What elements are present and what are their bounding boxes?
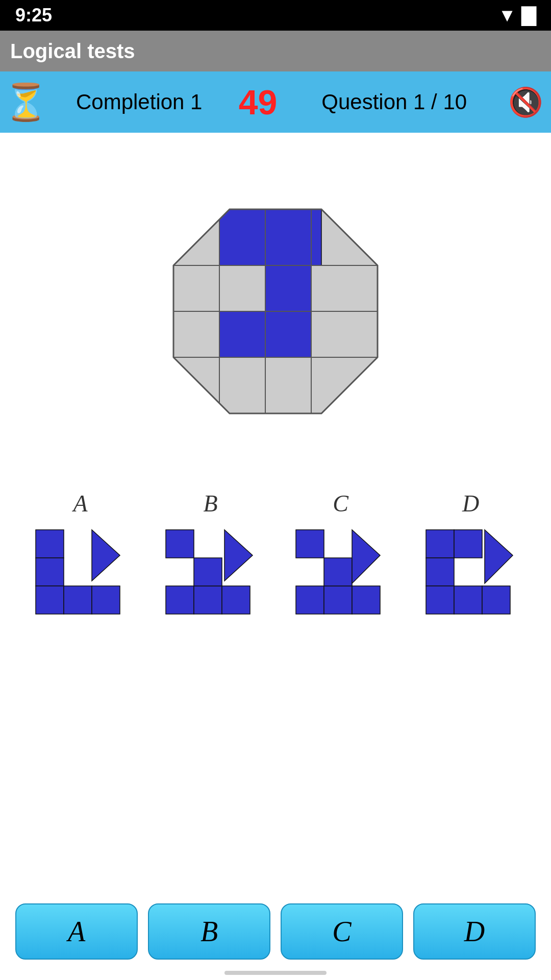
answer-button-b-label: B [201,915,218,948]
option-d-svg [423,527,518,617]
puzzle-svg [148,184,403,439]
header-row: ⏳ Completion 1 49 Question 1 / 10 🔇 [0,71,551,133]
option-a-svg [33,527,128,617]
app-title: Logical tests [10,40,135,63]
app-title-bar: Logical tests [0,31,551,71]
svg-rect-34 [296,586,324,614]
sound-icon: 🔇 [508,86,543,119]
svg-rect-9 [219,311,265,357]
svg-rect-24 [64,586,92,614]
answer-button-d[interactable]: D [413,903,536,960]
svg-rect-23 [36,586,64,614]
svg-rect-7 [311,265,378,311]
main-content: A B [0,133,551,637]
option-d[interactable]: D [423,490,518,617]
svg-rect-39 [426,530,454,558]
svg-rect-21 [36,530,64,558]
option-c-svg [293,527,388,617]
svg-rect-31 [194,558,222,586]
option-c-label: C [333,490,348,517]
wifi-icon: ▼︎ ▇ [498,5,536,26]
svg-rect-37 [324,558,352,586]
options-row: A B [0,490,551,617]
svg-rect-11 [311,311,378,357]
timer-display: 49 [227,82,288,122]
hourglass-icon: ⏳ [4,81,48,123]
svg-rect-42 [426,586,454,614]
option-b-svg [163,527,258,617]
svg-rect-3 [265,209,321,265]
option-d-label: D [462,490,479,517]
option-c[interactable]: C [293,490,388,617]
puzzle-container [148,184,403,439]
option-b[interactable]: B [163,490,258,617]
completion-label: Completion 1 [51,90,227,114]
time-display: 9:25 [15,5,52,26]
option-a-label: A [73,490,87,517]
svg-rect-36 [352,586,380,614]
option-b-label: B [203,490,217,517]
svg-rect-8 [173,311,219,357]
nav-indicator [224,971,327,975]
question-label: Question 1 / 10 [288,90,500,114]
svg-rect-30 [222,586,250,614]
status-bar: 9:25 ▼︎ ▇ [0,0,551,31]
svg-rect-33 [296,530,324,558]
svg-rect-41 [426,558,454,586]
svg-rect-10 [265,311,311,357]
svg-rect-13 [265,357,311,413]
svg-rect-2 [219,209,265,265]
svg-rect-25 [92,586,120,614]
svg-rect-6 [265,265,311,311]
svg-marker-38 [352,530,380,583]
svg-rect-4 [173,265,219,311]
answer-button-b[interactable]: B [148,903,270,960]
option-a[interactable]: A [33,490,128,617]
bottom-buttons: A B C D [0,903,551,960]
svg-rect-44 [482,586,510,614]
sound-button[interactable]: 🔇 [500,71,551,133]
svg-rect-43 [454,586,482,614]
svg-rect-40 [454,530,482,558]
svg-marker-32 [224,530,253,581]
svg-rect-35 [324,586,352,614]
svg-rect-27 [166,530,194,558]
svg-rect-5 [219,265,265,311]
answer-button-a[interactable]: A [15,903,138,960]
svg-marker-45 [485,530,513,583]
svg-rect-28 [166,586,194,614]
answer-button-d-label: D [464,915,485,948]
svg-rect-29 [194,586,222,614]
svg-rect-22 [36,558,64,586]
svg-marker-26 [92,530,120,581]
answer-button-a-label: A [68,915,85,948]
hourglass-container: ⏳ [0,71,51,133]
answer-button-c-label: C [332,915,351,948]
svg-rect-12 [219,357,265,413]
answer-button-c[interactable]: C [281,903,403,960]
